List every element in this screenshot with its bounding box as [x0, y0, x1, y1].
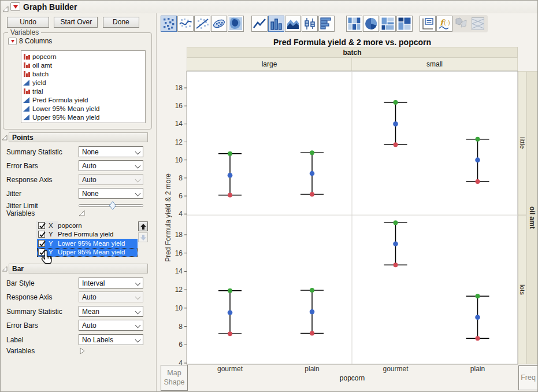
role-row[interactable]: YPred Formula yield: [37, 230, 138, 239]
y-axis-label[interactable]: Pred Formula yield & 2 more: [164, 71, 173, 364]
graph-title: Pred Formula yield & 2 more vs. popcorn: [187, 38, 518, 47]
variables-group-label: Variables: [8, 28, 41, 36]
element-type-toolbar: f(·): [157, 13, 538, 34]
continuous-triangle-icon: [23, 79, 31, 86]
response-axis-dropdown: Auto: [79, 291, 143, 302]
role-row[interactable]: Xpopcorn: [37, 221, 138, 230]
checkbox[interactable]: [38, 222, 45, 229]
column-list-item[interactable]: batch: [23, 69, 145, 78]
column-list-item[interactable]: oil amt: [23, 61, 145, 69]
column-list-item[interactable]: Pred Formula yield: [23, 95, 145, 104]
bar-style-dropdown[interactable]: Interval: [79, 278, 143, 289]
move-down-button[interactable]: [138, 232, 148, 242]
tool-ellipse-icon[interactable]: [211, 16, 227, 32]
control-row: Summary StatisticNone: [1, 146, 152, 159]
svg-text:16: 16: [175, 249, 183, 257]
column-list-item[interactable]: popcorn: [23, 52, 145, 61]
tool-bar-chart-icon[interactable]: [268, 16, 284, 32]
column-name: Lower 95% Mean yield: [32, 105, 99, 112]
error-bars-dropdown[interactable]: Auto: [79, 320, 143, 331]
done-button[interactable]: Done: [103, 17, 139, 28]
role-variable-name: Lower 95% Mean yield: [58, 240, 125, 247]
column-group-header[interactable]: batch: [187, 47, 518, 58]
column-name: Pred Formula yield: [32, 97, 88, 103]
svg-text:8: 8: [179, 323, 183, 331]
checkbox[interactable]: [38, 249, 45, 256]
role-row[interactable]: YLower 95% Mean yield: [37, 239, 138, 248]
svg-text:6: 6: [179, 341, 183, 349]
tool-heatmap-icon[interactable]: [346, 16, 362, 32]
summary-statistic-dropdown[interactable]: None: [79, 146, 143, 157]
disclosure-triangle-icon[interactable]: [79, 346, 86, 357]
tool-pie-icon[interactable]: [363, 16, 379, 32]
dropdown-value: Interval: [82, 279, 105, 287]
svg-text:plain: plain: [305, 365, 319, 373]
summary-statistic-dropdown[interactable]: Mean: [79, 306, 143, 317]
undo-button[interactable]: Undo: [7, 17, 49, 28]
freq-drop-zone[interactable]: Freq: [518, 365, 538, 390]
svg-text:16: 16: [175, 102, 183, 110]
svg-text:10: 10: [175, 156, 183, 164]
checkbox[interactable]: [38, 231, 45, 238]
dropdown-value: Auto: [82, 293, 97, 301]
column-list-item[interactable]: trial: [23, 87, 145, 95]
chevron-down-icon: [135, 163, 141, 169]
disclosure-triangle-icon[interactable]: [79, 209, 86, 219]
x-axis-label[interactable]: popcorn: [187, 374, 518, 382]
tool-formula-icon[interactable]: f(·): [436, 16, 452, 32]
tool-treemap-icon[interactable]: [380, 16, 396, 32]
tool-box-plot-icon[interactable]: [302, 16, 318, 32]
tool-area-icon[interactable]: [285, 16, 301, 32]
control-label: Label: [6, 336, 23, 344]
chevron-down-icon: [135, 149, 141, 155]
columns-list[interactable]: popcornoil amtbatchyieldtrialPred Formul…: [21, 50, 146, 123]
map-shape-drop-zone[interactable]: Map Shape: [161, 365, 188, 391]
control-label: Jitter: [6, 190, 21, 198]
jitter-dropdown[interactable]: None: [79, 188, 143, 199]
tool-smoother-icon[interactable]: [177, 16, 194, 32]
window-title: Graph Builder: [23, 2, 77, 12]
tool-points-icon[interactable]: [161, 16, 177, 32]
role-reorder-buttons: [138, 221, 148, 243]
tool-contour-icon[interactable]: [228, 16, 244, 32]
tool-line-icon[interactable]: [251, 16, 268, 32]
role-letter: Y: [49, 240, 58, 247]
error-bars-dropdown[interactable]: Auto: [79, 160, 143, 171]
control-row: Variables: [1, 345, 152, 358]
control-label: Summary Statistic: [6, 148, 62, 156]
start-over-button[interactable]: Start Over: [54, 17, 98, 28]
tool-histogram-icon[interactable]: [318, 16, 335, 32]
red-triangle-menu-button[interactable]: [10, 2, 20, 11]
column-list-item[interactable]: yield: [23, 78, 145, 87]
column-list-item[interactable]: Upper 95% Mean yield: [23, 113, 145, 121]
column-list-item[interactable]: Lower 95% Mean yield: [23, 104, 145, 113]
tool-caption-box-icon[interactable]: [420, 16, 436, 32]
role-variable-name: Upper 95% Mean yield: [58, 249, 125, 256]
jitter-limit-slider[interactable]: [79, 204, 143, 207]
role-row[interactable]: YUpper 95% Mean yield: [37, 248, 138, 257]
role-variable-name: popcorn: [58, 222, 82, 229]
points-section-header[interactable]: Points: [2, 132, 148, 142]
move-up-button[interactable]: [138, 221, 148, 231]
control-row: Variables: [1, 208, 152, 220]
tool-line-of-fit-icon[interactable]: [194, 16, 210, 32]
row-level-little[interactable]: little: [518, 71, 526, 215]
dropdown-value: None: [82, 190, 99, 198]
red-triangle-icon: [11, 40, 14, 43]
tool-mosaic-icon[interactable]: [396, 16, 413, 32]
checkbox[interactable]: [38, 240, 45, 247]
role-variable-name: Pred Formula yield: [58, 231, 114, 238]
svg-text:10: 10: [175, 304, 183, 312]
label-dropdown[interactable]: No Labels: [79, 334, 143, 345]
row-group-header[interactable]: oil amt: [526, 71, 538, 364]
row-level-lots[interactable]: lots: [518, 215, 526, 364]
collapse-triangle-icon: [2, 265, 8, 272]
graph-area: f(·) Pred Formula yield & 2 more vs. pop…: [157, 13, 538, 392]
bar-section-header[interactable]: Bar: [2, 264, 148, 273]
column-name: yield: [32, 79, 46, 86]
continuous-triangle-icon: [23, 105, 31, 112]
chevron-down-icon: [135, 280, 141, 286]
columns-red-triangle-button[interactable]: [8, 38, 17, 45]
column-level-large[interactable]: large: [187, 58, 352, 71]
column-level-small[interactable]: small: [352, 58, 518, 71]
